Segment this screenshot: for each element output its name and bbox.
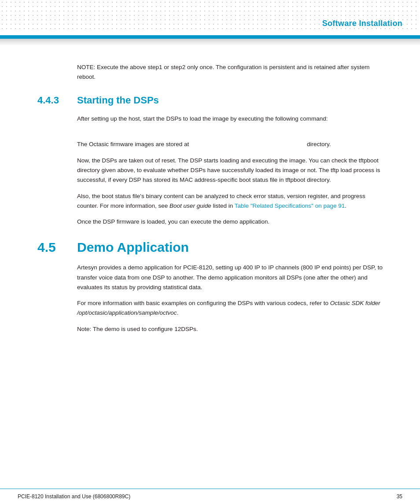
section-443-title: Starting the DSPs: [77, 95, 159, 106]
page-header: Software Installation: [0, 0, 420, 35]
section-443-para4: Once the DSP firmware is loaded, you can…: [77, 217, 385, 227]
section-45-container: 4.5 Demo Application Artesyn provides a …: [77, 240, 385, 334]
page-section-label: Software Installation: [322, 19, 402, 28]
page-footer: PCIE-8120 Installation and Use (6806800R…: [0, 489, 420, 504]
para3-italic: Boot user guide: [169, 202, 211, 209]
para2-text1: For more information with basic examples…: [77, 300, 330, 306]
section-443-heading: 4.4.3 Starting the DSPs: [77, 95, 385, 106]
section-45-para3: Note: The demo is used to configure 12DS…: [77, 324, 385, 334]
section-45-heading: 4.5 Demo Application: [77, 240, 385, 255]
section-443-para3: Also, the boot status file's binary cont…: [77, 191, 385, 211]
para3-end: .: [345, 202, 346, 209]
para3-link[interactable]: Table "Related Specifications" on page 9…: [235, 202, 345, 209]
para2-end: .: [177, 309, 179, 316]
footer-page-number: 35: [397, 493, 402, 500]
main-content: NOTE: Execute the above step1 or step2 o…: [0, 45, 420, 367]
firmware-directory-line: The Octasic firmware images are stored a…: [77, 140, 385, 149]
section-45-number: 4.5: [37, 240, 77, 255]
note-paragraph: NOTE: Execute the above step1 or step2 o…: [77, 63, 385, 81]
gray-shadow-bar: [0, 39, 420, 45]
firmware-line-prefix: The Octasic firmware images are stored a…: [77, 141, 189, 147]
section-45-para1: Artesyn provides a demo application for …: [77, 263, 385, 292]
para3-text2: listed in: [211, 202, 235, 209]
section-45-para2: For more information with basic examples…: [77, 298, 385, 318]
footer-document-info: PCIE-8120 Installation and Use (6806800R…: [18, 493, 130, 500]
section-443-para2: Now, the DSPs are taken out of reset. Th…: [77, 156, 385, 185]
firmware-path-placeholder: [191, 140, 305, 146]
section-443-number: 4.4.3: [37, 95, 77, 106]
blue-divider-bar: [0, 35, 420, 39]
section-443-para1: After setting up the host, start the DSP…: [77, 114, 385, 124]
firmware-line-suffix: directory.: [307, 141, 331, 147]
section-45-title: Demo Application: [77, 240, 189, 255]
